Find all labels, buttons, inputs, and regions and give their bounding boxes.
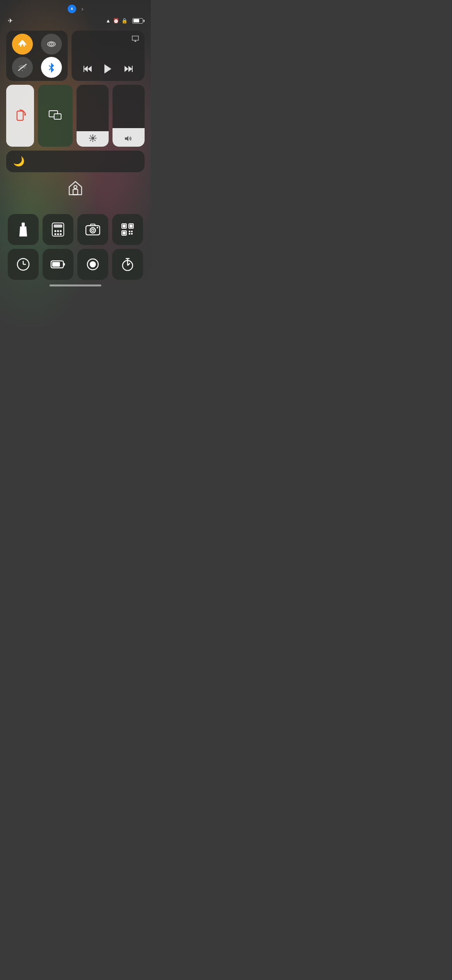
svg-rect-55 bbox=[131, 233, 133, 235]
svg-point-41 bbox=[60, 233, 62, 235]
svg-point-43 bbox=[90, 228, 96, 233]
svg-line-24 bbox=[94, 140, 95, 140]
svg-point-38 bbox=[60, 230, 62, 232]
svg-line-26 bbox=[90, 140, 91, 140]
focus-button[interactable]: 🌙 bbox=[6, 151, 145, 172]
play-button[interactable] bbox=[101, 62, 115, 75]
svg-rect-53 bbox=[131, 231, 133, 232]
brightness-slider[interactable] bbox=[77, 85, 109, 147]
sliders-area bbox=[77, 85, 145, 147]
svg-rect-51 bbox=[123, 232, 125, 234]
svg-rect-60 bbox=[52, 262, 60, 267]
rotation-lock-button[interactable] bbox=[6, 85, 34, 147]
svg-rect-14 bbox=[17, 111, 23, 120]
calculator-button[interactable] bbox=[43, 214, 73, 245]
row-connectivity-nowplaying bbox=[6, 31, 145, 81]
svg-point-18 bbox=[91, 137, 94, 140]
location-bar[interactable]: › bbox=[68, 5, 84, 13]
airplane-mode-button[interactable] bbox=[12, 34, 33, 55]
svg-point-29 bbox=[74, 185, 77, 188]
tiles-row-1 bbox=[6, 214, 145, 245]
qr-scanner-button[interactable] bbox=[112, 214, 143, 245]
svg-line-25 bbox=[94, 136, 95, 137]
lock-status-icon: 🔒 bbox=[121, 18, 128, 24]
svg-marker-31 bbox=[19, 226, 27, 236]
svg-line-23 bbox=[90, 136, 91, 137]
flashlight-button[interactable] bbox=[8, 214, 39, 245]
volume-icon bbox=[125, 135, 133, 142]
brightness-icon bbox=[89, 134, 97, 142]
next-button[interactable] bbox=[121, 64, 136, 74]
now-playing-panel[interactable] bbox=[72, 31, 145, 81]
home-app-icon bbox=[66, 178, 85, 197]
connectivity-panel bbox=[6, 31, 68, 81]
svg-rect-13 bbox=[132, 66, 133, 72]
svg-point-45 bbox=[97, 227, 98, 228]
screen-mirror-button[interactable] bbox=[38, 85, 73, 147]
svg-marker-8 bbox=[88, 66, 92, 72]
status-bar: ✈ ▲ ⏰ 🔒 bbox=[6, 15, 145, 26]
cellular-button[interactable] bbox=[41, 34, 62, 55]
svg-rect-28 bbox=[73, 189, 78, 195]
svg-rect-35 bbox=[54, 224, 62, 228]
tiles-row-2 bbox=[6, 249, 145, 280]
svg-rect-61 bbox=[63, 263, 65, 266]
airplane-mode-icon: ✈ bbox=[8, 17, 13, 24]
home-section bbox=[63, 178, 88, 206]
row-sliders bbox=[6, 85, 145, 147]
svg-rect-47 bbox=[123, 225, 125, 227]
svg-point-63 bbox=[90, 261, 96, 267]
wifi-button[interactable] bbox=[12, 57, 33, 78]
svg-rect-30 bbox=[22, 223, 25, 226]
location-status-icon: ▲ bbox=[106, 18, 111, 24]
svg-marker-7 bbox=[84, 66, 88, 72]
controls-area: 🌙 bbox=[6, 31, 145, 172]
media-controls bbox=[78, 62, 138, 75]
row-focus: 🌙 bbox=[6, 151, 145, 172]
screen-record-button[interactable] bbox=[77, 249, 108, 280]
battery-status-button[interactable] bbox=[43, 249, 73, 280]
svg-marker-27 bbox=[125, 136, 128, 141]
svg-point-39 bbox=[55, 233, 56, 235]
svg-point-2 bbox=[51, 44, 52, 45]
svg-point-40 bbox=[57, 233, 59, 235]
svg-rect-54 bbox=[129, 233, 130, 235]
svg-point-37 bbox=[57, 230, 59, 232]
home-indicator bbox=[49, 284, 101, 286]
prev-button[interactable] bbox=[80, 64, 95, 74]
volume-slider[interactable] bbox=[113, 85, 145, 147]
camera-button[interactable] bbox=[77, 214, 108, 245]
svg-rect-17 bbox=[54, 114, 61, 119]
svg-point-44 bbox=[92, 229, 94, 231]
quick-tiles bbox=[6, 214, 145, 280]
clock-button[interactable] bbox=[8, 249, 39, 280]
bluetooth-button[interactable] bbox=[41, 57, 62, 78]
svg-marker-11 bbox=[125, 66, 128, 72]
svg-line-3 bbox=[19, 64, 26, 70]
svg-point-36 bbox=[55, 230, 56, 232]
alarm-icon: ⏰ bbox=[113, 18, 119, 24]
svg-rect-52 bbox=[129, 231, 130, 232]
chevron-icon: › bbox=[82, 6, 84, 12]
timer-button[interactable] bbox=[112, 249, 143, 280]
svg-rect-49 bbox=[130, 225, 132, 227]
battery-indicator bbox=[132, 18, 143, 24]
moon-icon: 🌙 bbox=[13, 156, 25, 167]
svg-rect-9 bbox=[84, 66, 84, 72]
svg-marker-10 bbox=[104, 64, 111, 74]
location-icon bbox=[68, 5, 76, 13]
airplay-icon[interactable] bbox=[131, 35, 139, 42]
svg-marker-12 bbox=[128, 66, 132, 72]
